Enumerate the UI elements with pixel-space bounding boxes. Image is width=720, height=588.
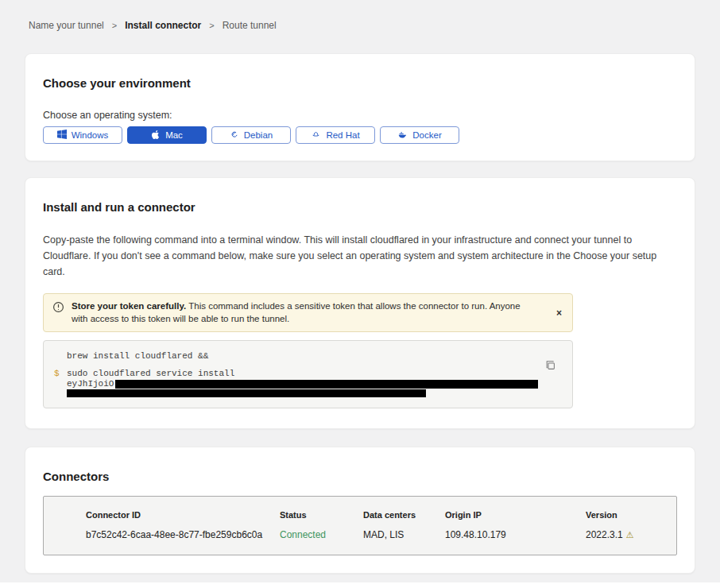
redhat-icon <box>311 130 321 141</box>
close-icon[interactable]: × <box>556 308 562 318</box>
copy-icon[interactable] <box>545 360 556 373</box>
apple-icon <box>151 130 161 141</box>
os-button-windows[interactable]: Windows <box>43 126 122 144</box>
table-row: b7c52c42-6caa-48ee-8c77-fbe259cb6c0a Con… <box>86 529 676 540</box>
table-header-row: Connector ID Status Data centers Origin … <box>86 510 676 520</box>
column-header-connector-id: Connector ID <box>86 510 280 520</box>
version-cell: 2022.3.1⚠ <box>586 529 676 540</box>
code-line-token: eyJhIjoiO <box>54 379 561 389</box>
column-header-origin-ip: Origin IP <box>445 510 586 520</box>
prompt-spacer <box>54 351 67 362</box>
debian-icon <box>230 130 239 141</box>
redacted-token-bar <box>115 380 538 389</box>
docker-icon <box>397 130 408 141</box>
bottom-strip <box>0 582 720 588</box>
os-button-redhat[interactable]: Red Hat <box>296 126 375 144</box>
os-button-label: Docker <box>412 130 441 140</box>
status-badge: Connected <box>280 529 363 540</box>
column-header-status: Status <box>280 510 363 520</box>
os-button-label: Windows <box>72 130 109 140</box>
breadcrumb-step-name-your-tunnel[interactable]: Name your tunnel <box>29 20 104 31</box>
page: Name your tunnel > Install connector > R… <box>0 0 720 588</box>
os-select-label: Choose an operating system: <box>43 110 677 121</box>
alert-circle-icon <box>52 300 64 325</box>
connectors-card-title: Connectors <box>43 447 677 483</box>
redacted-token-bar <box>67 389 426 397</box>
breadcrumb-separator: > <box>209 21 214 30</box>
version-value: 2022.3.1 <box>586 529 623 540</box>
install-card-title: Install and run a connector <box>43 178 677 214</box>
breadcrumb-step-install-connector[interactable]: Install connector <box>125 20 201 31</box>
code-text: sudo cloudflared service install <box>67 369 234 379</box>
token-prefix: eyJhIjoiO <box>67 379 114 389</box>
breadcrumb-step-route-tunnel[interactable]: Route tunnel <box>223 20 277 31</box>
code-text: brew install cloudflared && <box>67 351 208 362</box>
connector-id-cell: b7c52c42-6caa-48ee-8c77-fbe259cb6c0a <box>86 529 280 540</box>
token-warning-banner: Store your token carefully. This command… <box>43 293 573 332</box>
prompt-spacer <box>54 379 67 389</box>
column-header-version: Version <box>586 510 676 520</box>
environment-card: Choose your environment Choose an operat… <box>25 53 695 161</box>
os-button-docker[interactable]: Docker <box>380 126 459 144</box>
os-button-mac[interactable]: Mac <box>127 126 207 144</box>
warning-triangle-icon: ⚠ <box>626 530 634 540</box>
connectors-table: Connector ID Status Data centers Origin … <box>43 496 677 555</box>
install-description: Copy-paste the following command into a … <box>43 232 675 280</box>
breadcrumb: Name your tunnel > Install connector > R… <box>0 0 720 31</box>
os-button-debian[interactable]: Debian <box>211 126 291 144</box>
environment-card-title: Choose your environment <box>43 54 677 90</box>
warning-text: Store your token carefully. This command… <box>72 300 563 325</box>
breadcrumb-separator: > <box>112 21 117 30</box>
install-connector-card: Install and run a connector Copy-paste t… <box>25 177 695 429</box>
column-header-data-centers: Data centers <box>363 510 445 520</box>
connectors-card: Connectors Connector ID Status Data cent… <box>25 447 695 574</box>
os-button-label: Mac <box>165 130 183 140</box>
windows-icon <box>57 130 67 141</box>
shell-prompt: $ <box>54 369 67 379</box>
origin-ip-cell: 109.48.10.179 <box>445 529 586 540</box>
install-command-block: brew install cloudflared && $ sudo cloud… <box>43 340 573 408</box>
data-centers-cell: MAD, LIS <box>363 529 445 540</box>
os-button-group: Windows Mac Debian Red Hat <box>43 126 677 161</box>
code-line-2: $ sudo cloudflared service install <box>54 369 561 379</box>
code-line-1: brew install cloudflared && <box>54 351 561 362</box>
os-button-label: Debian <box>244 130 273 140</box>
warning-title: Store your token carefully. <box>72 301 186 311</box>
os-button-label: Red Hat <box>326 130 359 140</box>
